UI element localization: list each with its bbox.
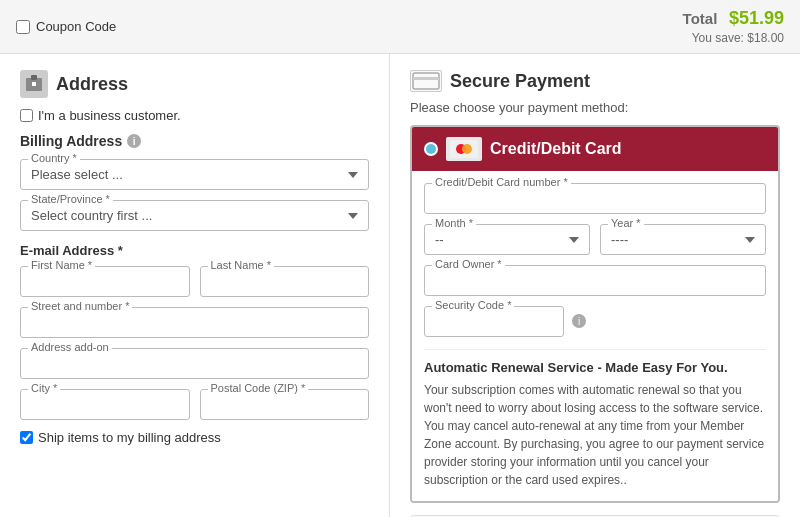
email-section-title: E-mail Address * [20,243,369,258]
card-owner-field-group: Card Owner * [424,265,766,296]
first-name-field-group: First Name * [20,266,190,297]
ship-label: Ship items to my billing address [38,430,221,445]
first-name-label: First Name * [28,259,95,271]
payment-section: Secure Payment Please choose your paymen… [390,54,800,517]
state-label: State/Province * [28,193,113,205]
month-year-row: Month * -- Year * ---- [424,224,766,255]
business-customer-label: I'm a business customer. [38,108,181,123]
address-section: Address I'm a business customer. Billing… [0,54,390,517]
year-field-group: Year * ---- [600,224,766,255]
ship-checkbox-row: Ship items to my billing address [20,430,369,445]
last-name-label: Last Name * [208,259,275,271]
main-content: Address I'm a business customer. Billing… [0,54,800,517]
street-label: Street and number * [28,300,132,312]
card-number-label: Credit/Debit Card number * [432,176,571,188]
city-postal-row: City * Postal Code (ZIP) * [20,389,369,420]
address-icon [20,70,48,98]
renewal-title: Automatic Renewal Service - Made Easy Fo… [424,360,766,375]
svg-rect-3 [413,73,439,89]
business-customer-row: I'm a business customer. [20,108,369,123]
security-code-label: Security Code * [432,299,514,311]
credit-card-header[interactable]: Credit/Debit Card [412,127,778,171]
month-field-group: Month * -- [424,224,590,255]
billing-info-icon[interactable]: i [127,134,141,148]
address-title: Address [56,74,128,95]
city-field-group: City * [20,389,190,420]
coupon-label: Coupon Code [36,19,116,34]
credit-card-brand-icon [446,137,482,161]
address-addon-field-group: Address add-on [20,348,369,379]
total-amount: $51.99 [729,8,784,28]
total-label: Total [683,10,718,27]
renewal-text: Your subscription comes with automatic r… [424,381,766,489]
credit-card-radio[interactable] [424,142,438,156]
payment-title: Secure Payment [450,71,590,92]
country-label: Country * [28,152,80,164]
city-label: City * [28,382,60,394]
renewal-section: Automatic Renewal Service - Made Easy Fo… [424,349,766,489]
last-name-field-group: Last Name * [200,266,370,297]
total-section: Total $51.99 You save: $18.00 [683,8,784,45]
payment-section-icon [410,70,442,92]
credit-card-form: Credit/Debit Card number * Month * -- Ye… [412,171,778,501]
address-header: Address [20,70,369,98]
svg-point-7 [462,144,472,154]
security-code-row: Security Code * i [424,306,766,337]
security-code-info-icon[interactable]: i [572,314,586,328]
ship-checkbox[interactable] [20,431,33,444]
top-bar: Coupon Code Total $51.99 You save: $18.0… [0,0,800,54]
payment-header: Secure Payment [410,70,780,92]
security-code-field-group: Security Code * [424,306,564,337]
business-customer-checkbox[interactable] [20,109,33,122]
year-label: Year * [608,217,644,229]
payment-subtitle: Please choose your payment method: [410,100,780,115]
svg-rect-1 [31,75,37,80]
svg-rect-2 [32,82,36,86]
country-field-group: Country * Please select ... [20,159,369,190]
month-label: Month * [432,217,476,229]
card-owner-label: Card Owner * [432,258,505,270]
card-number-field-group: Credit/Debit Card number * [424,183,766,214]
state-field-group: State/Province * Select country first ..… [20,200,369,231]
credit-card-option: Credit/Debit Card Credit/Debit Card numb… [410,125,780,503]
postal-label: Postal Code (ZIP) * [208,382,309,394]
you-save: You save: $18.00 [683,31,784,45]
name-fields-row: First Name * Last Name * [20,266,369,297]
credit-card-label: Credit/Debit Card [490,140,622,158]
svg-rect-4 [413,77,439,80]
postal-field-group: Postal Code (ZIP) * [200,389,370,420]
billing-address-title: Billing Address i [20,133,369,149]
street-field-group: Street and number * [20,307,369,338]
address-addon-label: Address add-on [28,341,112,353]
coupon-section: Coupon Code [16,19,116,34]
coupon-checkbox[interactable] [16,20,30,34]
